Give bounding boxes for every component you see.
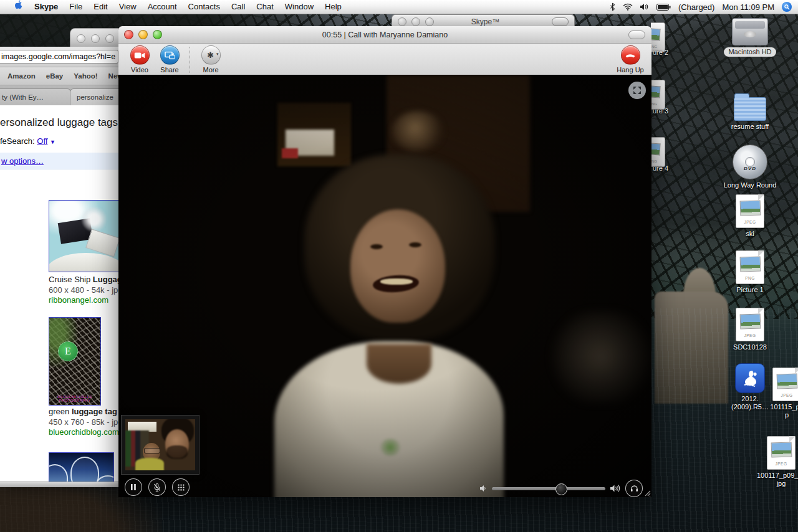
volume-slider-knob[interactable] [555,483,567,495]
icon-label: (2009).R5… [731,403,769,411]
menu-contacts[interactable]: Contacts [183,0,226,14]
volume-slider-track[interactable] [492,487,605,490]
apple-menu[interactable] [9,0,29,14]
result-image-cruise-ship-tags[interactable] [49,200,118,272]
desktop-icon-sdc10128[interactable]: JPEG SDC10128 [721,308,779,351]
hang-up-button[interactable]: Hang Up [615,45,645,74]
call-toolbar: Video Share ✱ ▾ More Hang Up [118,44,651,77]
tab-etsy[interactable]: ty (With Ey… [0,88,71,105]
skype-call-window: 00:55 | Call with Maryanne Damiano Video… [118,26,651,497]
icon-label: 101115_p0 [770,403,798,411]
icon-label: resume stuff [731,123,769,131]
desktop-icon-ski[interactable]: JPEG ski [721,194,779,238]
menu-bar: Skype File Edit View Account Contacts Ca… [0,0,798,14]
menu-call[interactable]: Call [226,0,251,14]
video-button[interactable]: Video [125,45,155,74]
toolbar-separator [190,47,191,73]
spotlight-icon[interactable] [782,2,792,12]
battery-icon[interactable] [656,4,671,11]
call-window-title: 00:55 | Call with Maryanne Damiano [118,31,651,39]
show-options-link[interactable]: w options… [1,156,44,166]
pause-button[interactable] [125,478,142,496]
close-button-inactive[interactable] [77,34,85,43]
dropdown-arrow: ▾ [216,52,219,57]
safesearch-off-link[interactable]: Off [37,136,47,146]
desktop-icon-101115[interactable]: JPEG 101115_p0 p [768,368,798,419]
bookmarks-bar: Amazon eBay Yahoo! News [0,67,118,85]
result-site: blueorchidblog.com [49,427,118,438]
desktop-icon-picture-1[interactable]: PNG Picture 1 [721,250,779,294]
audio-device-button[interactable] [625,480,643,497]
menu-skype[interactable]: Skype [29,0,64,14]
menu-edit[interactable]: Edit [88,0,113,14]
caret-down-icon[interactable]: ▼ [50,139,55,145]
dvd-disc-icon: DVD [733,145,767,179]
folder-icon [734,97,766,121]
jpeg-file-icon: JPEG [736,194,764,228]
desktop-icon-picture-2-partial[interactable]: NG [651,22,665,52]
zoom-button-inactive[interactable] [105,34,114,43]
bookmark-yahoo[interactable]: Yahoo! [74,72,97,80]
battery-status[interactable]: (Charged) [678,2,715,12]
bookmark-ebay[interactable]: eBay [46,72,64,80]
desktop-icon-100117[interactable]: JPEG 100117_p09_ca jpg [753,436,798,488]
result-caption: green luggage tag 450 x 760 - 85k - jpg … [49,407,118,438]
desktop-icon-macintosh-hd[interactable]: Macintosh HD [721,18,779,57]
dialpad-button[interactable] [172,478,190,496]
result-meta: 450 x 760 - 85k - jpg [49,417,118,428]
desktop-icon-picture-3-partial[interactable]: NG [651,80,665,110]
menu-window[interactable]: Window [279,0,319,14]
desktop-icon-resume-stuff[interactable]: resume stuff [721,92,779,131]
result-image-green-luggage-tag[interactable]: E DARCEMICHELLE PHOTOGRAPHY [49,317,101,406]
monogram-e: E [58,341,78,361]
icon-label: ure 2 [653,49,668,56]
menu-chat[interactable]: Chat [251,0,279,14]
tab-bar: ty (With Ey… personalize [0,85,118,105]
menu-view[interactable]: View [113,0,142,14]
fullscreen-expand-button[interactable] [628,82,646,99]
more-button[interactable]: ✱ ▾ More [196,45,226,74]
mute-microphone-button[interactable] [148,478,166,496]
expand-arrows-icon [632,85,642,95]
icon-label: Macintosh HD [724,47,776,57]
vuze-frog-icon [735,363,765,393]
share-button[interactable]: Share [155,45,185,74]
result-title[interactable]: Cruise Ship Luggag [49,275,118,285]
menu-file[interactable]: File [64,0,88,14]
background-window-corner[interactable] [70,28,126,49]
icon-label: 2012. [741,395,759,403]
icon-label: Long Way Round [724,181,777,189]
icon-label: ski [746,230,754,238]
local-video-preview[interactable] [121,415,200,475]
minimize-button-inactive[interactable] [91,34,100,43]
result-title[interactable]: green luggage tag [49,407,118,417]
result-image-glasses-partial[interactable] [49,452,114,482]
bookmark-news[interactable]: News [108,72,118,80]
pause-icon [131,484,136,490]
menu-bar-clock[interactable]: Mon 11:09 PM [722,2,774,12]
google-images-results: ersonalized luggage tags feSearch: Off ▼… [0,105,118,482]
icon-label: SDC10128 [733,343,767,351]
bluetooth-icon[interactable] [610,2,615,11]
dialpad-icon [178,484,185,491]
window-title: Skype™ [397,17,574,26]
toolbar-toggle-button[interactable] [552,17,569,26]
bookmark-amazon[interactable]: Amazon [7,72,36,80]
screen-share-icon [160,45,180,65]
volume-icon[interactable] [640,3,649,11]
menu-help[interactable]: Help [319,0,347,14]
microphone-muted-icon [153,483,161,492]
resize-grip[interactable] [643,489,651,496]
icon-label: jpg [777,480,786,488]
desktop-icon-picture-4-partial[interactable]: NG [651,137,665,167]
apple-icon [14,0,23,10]
toolbar-toggle-button[interactable] [628,31,645,39]
call-window-titlebar[interactable]: 00:55 | Call with Maryanne Damiano [118,26,651,44]
icon-label: Picture 1 [736,286,763,294]
photographer-watermark: DARCEMICHELLE PHOTOGRAPHY [49,395,100,402]
volume-controls [480,480,643,497]
desktop-icon-long-way-round[interactable]: DVD Long Way Round [721,145,779,189]
url-field[interactable]: images.google.com/images?hl=e [0,50,118,64]
menu-account[interactable]: Account [142,0,183,14]
wifi-icon[interactable] [623,3,633,11]
